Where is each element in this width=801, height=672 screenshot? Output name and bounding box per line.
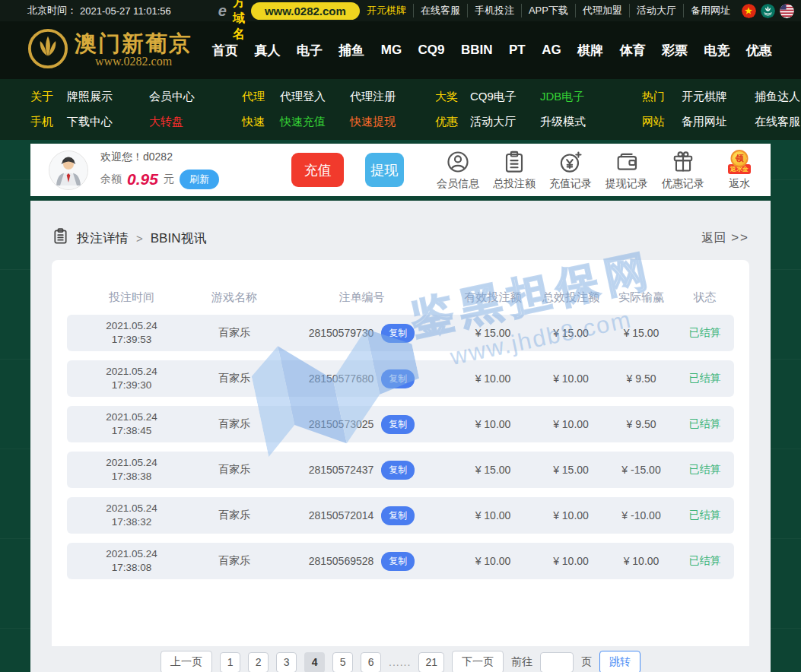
- nav-item[interactable]: 捕鱼: [339, 42, 364, 59]
- deposit-record-shortcut[interactable]: 充值记录: [547, 150, 594, 191]
- logo-emblem-icon: [27, 28, 68, 72]
- copy-button[interactable]: 复制: [381, 461, 415, 480]
- bet-date: 2021.05.24: [67, 456, 196, 470]
- ie-browser-icon: e: [218, 3, 227, 18]
- copy-button[interactable]: 复制: [381, 506, 415, 525]
- page-number-button[interactable]: 2: [248, 652, 269, 672]
- nav-item[interactable]: CQ9: [418, 43, 445, 58]
- total-bet-cell: ¥ 10.00: [535, 372, 607, 385]
- subnav-item[interactable]: 快速充值: [280, 115, 350, 129]
- macau-flag-icon[interactable]: [761, 4, 775, 18]
- win-loss-cell: ¥ 9.50: [607, 372, 675, 385]
- page-number-button[interactable]: 4: [304, 652, 325, 672]
- bet-time-cell: 2021.05.24 17:38:45: [67, 410, 196, 438]
- page-number-button[interactable]: 3: [276, 652, 297, 672]
- bet-id-cell: 28150577680 复制: [272, 369, 451, 388]
- recharge-button[interactable]: 充值: [291, 153, 343, 187]
- jump-button[interactable]: 跳转: [599, 651, 640, 672]
- nav-item[interactable]: 电竞: [704, 42, 729, 59]
- subnav-item[interactable]: 大奖: [435, 90, 470, 104]
- valid-bet-cell: ¥ 10.00: [451, 418, 535, 430]
- page-unit-label: 页: [581, 655, 592, 669]
- page-number-button[interactable]: 5: [332, 652, 353, 672]
- subnav-item[interactable]: 会员中心: [149, 90, 242, 104]
- rebate-coin-icon: 领: [731, 150, 749, 167]
- topbar-links: 开元棋牌在线客服手机投注APP下载代理加盟活动大厅备用网址: [360, 4, 737, 17]
- site-logo[interactable]: 澳门新葡京 www.0282.com: [27, 28, 192, 72]
- subnav-item[interactable]: 手机: [30, 115, 67, 129]
- subnav-item[interactable]: 牌照展示: [67, 90, 149, 104]
- promo-record-shortcut[interactable]: 优惠记录: [660, 150, 707, 191]
- table-row: 2021.05.24 17:38:38 百家乐 28150572437 复制 ¥…: [67, 452, 734, 488]
- subnav-item[interactable]: 大转盘: [149, 115, 242, 129]
- copy-button[interactable]: 复制: [381, 324, 415, 343]
- topbar-link[interactable]: 手机投注: [468, 4, 522, 17]
- game-name-cell: 百家乐: [196, 463, 272, 477]
- game-name-cell: 百家乐: [196, 417, 272, 431]
- table-row: 2021.05.24 17:38:45 百家乐 28150573025 复制 ¥…: [67, 406, 734, 442]
- nav-item[interactable]: 电子: [297, 42, 323, 59]
- bet-id-cell: 28150573025 复制: [272, 415, 451, 434]
- bet-time-cell: 2021.05.24 17:39:53: [67, 319, 196, 347]
- subnav-item[interactable]: 在线客服: [755, 115, 801, 129]
- subnav-item[interactable]: 优惠: [435, 115, 470, 129]
- total-bets-shortcut[interactable]: 总投注额: [491, 150, 538, 191]
- subnav-item[interactable]: 快速提现: [350, 115, 435, 129]
- user-bar: 欢迎您！d0282 余额 0.95 元 刷新 充值 提现 会员信息 总投注额 充…: [30, 144, 771, 196]
- nav-item[interactable]: AG: [542, 43, 561, 58]
- nav-item[interactable]: 棋牌: [577, 42, 603, 59]
- clipboard-icon: [52, 227, 69, 249]
- copy-button[interactable]: 复制: [381, 552, 415, 571]
- nav-item[interactable]: BBIN: [461, 43, 493, 58]
- official-domain-pill[interactable]: www.0282.com: [251, 2, 360, 20]
- subnav-item[interactable]: JDB电子: [540, 90, 642, 104]
- topbar-link[interactable]: 活动大厅: [630, 4, 684, 17]
- refresh-balance-button[interactable]: 刷新: [180, 170, 219, 189]
- nav-item[interactable]: 体育: [620, 42, 646, 59]
- subnav-item[interactable]: 下载中心: [67, 115, 149, 129]
- china-flag-icon[interactable]: [742, 4, 756, 18]
- prev-page-button[interactable]: 上一页: [161, 651, 212, 672]
- page-number-button[interactable]: 6: [361, 652, 381, 672]
- subnav-item[interactable]: 捕鱼达人: [755, 90, 801, 104]
- subnav-item[interactable]: 快速: [242, 115, 280, 129]
- subnav-item[interactable]: 代理登入: [280, 90, 350, 104]
- copy-button[interactable]: 复制: [381, 415, 415, 434]
- subnav-item[interactable]: 热门: [642, 90, 682, 104]
- page-number-button[interactable]: 1: [220, 652, 240, 672]
- subnav-item[interactable]: 代理注册: [350, 90, 435, 104]
- subnav-item[interactable]: CQ9电子: [470, 90, 540, 104]
- rebate-shortcut[interactable]: 领 返水金 返水: [716, 150, 763, 191]
- topbar-link[interactable]: 代理加盟: [576, 4, 630, 17]
- subnav-item[interactable]: 升级模式: [540, 115, 642, 129]
- usa-flag-icon[interactable]: [780, 4, 794, 18]
- nav-item[interactable]: MG: [381, 43, 402, 58]
- member-info-shortcut[interactable]: 会员信息: [434, 150, 482, 191]
- bet-time-cell: 2021.05.24 17:38:32: [67, 502, 196, 529]
- topbar-link[interactable]: 在线客服: [414, 4, 468, 17]
- copy-button[interactable]: 复制: [381, 369, 415, 388]
- nav-item[interactable]: 首页: [212, 42, 238, 59]
- subnav-item[interactable]: 网站: [642, 115, 682, 129]
- last-page-button[interactable]: 21: [418, 652, 444, 672]
- shortcut-label: 会员信息: [437, 177, 479, 191]
- subnav-item[interactable]: 关于: [30, 90, 67, 104]
- nav-item[interactable]: PT: [509, 43, 526, 58]
- withdraw-record-shortcut[interactable]: 提现记录: [603, 150, 650, 191]
- total-bets-icon: [502, 150, 526, 174]
- nav-item[interactable]: 真人: [254, 42, 280, 59]
- nav-item[interactable]: 优惠: [746, 42, 772, 59]
- withdraw-button[interactable]: 提现: [365, 153, 404, 187]
- subnav-item[interactable]: 备用网址: [682, 115, 755, 129]
- subnav-item[interactable]: 开元棋牌: [682, 90, 755, 104]
- subnav-item[interactable]: 代理: [242, 90, 280, 104]
- next-page-button[interactable]: 下一页: [452, 651, 504, 672]
- back-link[interactable]: 返回 >>: [701, 230, 749, 246]
- logo-domain: www.0282.com: [95, 55, 172, 68]
- subnav-item[interactable]: 活动大厅: [470, 115, 540, 129]
- topbar-link[interactable]: 开元棋牌: [360, 4, 414, 17]
- nav-item[interactable]: 彩票: [662, 42, 688, 59]
- goto-page-input[interactable]: [540, 652, 574, 672]
- topbar-link[interactable]: APP下载: [522, 4, 576, 17]
- topbar-link[interactable]: 备用网址: [684, 4, 737, 17]
